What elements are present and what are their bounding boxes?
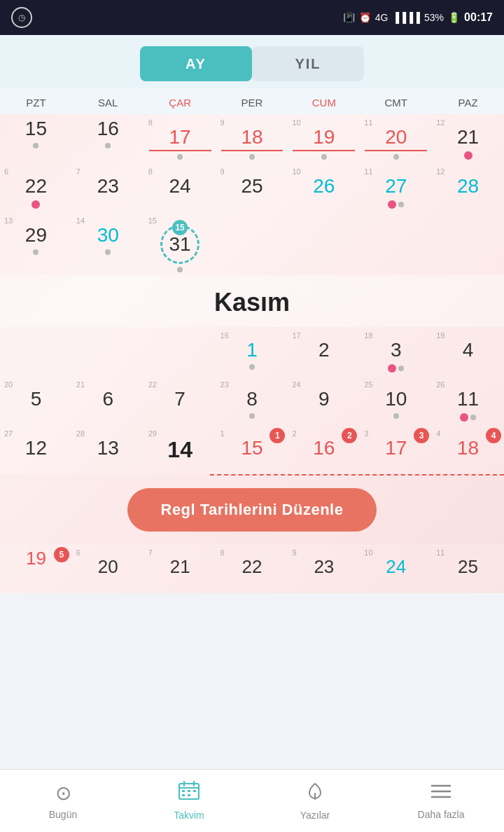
day-oct-31[interactable]: 15 15 31: [144, 212, 216, 275]
svg-rect-7: [182, 794, 185, 796]
day-oct-21[interactable]: 12 21: [432, 114, 504, 163]
day-nov-8[interactable]: 23 8: [216, 376, 288, 425]
day-oct-28[interactable]: 12 28: [432, 163, 504, 212]
day-oct-17[interactable]: 8 17: [144, 114, 216, 163]
day-nov-15[interactable]: 1 1 15: [216, 425, 288, 474]
day-header-per: PER: [216, 94, 288, 111]
battery-percent: 53%: [424, 12, 444, 23]
svg-rect-6: [193, 790, 196, 792]
time-display: 00:17: [464, 11, 493, 24]
day-nov-5[interactable]: 20 5: [0, 376, 72, 425]
day-nov-20-partial[interactable]: 6 20: [72, 544, 144, 593]
nav-daha-fazla[interactable]: Daha fazla: [378, 782, 504, 820]
day-nov-3[interactable]: 18 3: [360, 327, 432, 376]
day-nov-6[interactable]: 21 6: [72, 376, 144, 425]
day-empty-n3: [144, 327, 216, 376]
day-nov-14[interactable]: 29 14: [144, 425, 216, 474]
status-bar-right: 📳 ⏰ 4G ▐▐▐▐ 53% 🔋 00:17: [343, 11, 493, 24]
day-nov-21-partial[interactable]: 7 21: [144, 544, 216, 593]
nav-yazilar-icon: [305, 781, 325, 805]
day-oct-30[interactable]: 14 30: [72, 212, 144, 275]
svg-rect-8: [188, 794, 190, 796]
day-empty-1: [216, 212, 288, 275]
day-empty-4: [432, 212, 504, 275]
vibrate-icon: 📳: [343, 12, 355, 23]
nav-takvim-label: Takvim: [174, 810, 204, 821]
battery-icon: 🔋: [448, 12, 460, 23]
day-header-pzt: PZT: [0, 94, 72, 111]
day-nov-13[interactable]: 28 13: [72, 425, 144, 474]
today-circle: 15 31: [160, 225, 200, 264]
day-nov-19-partial[interactable]: 5 19: [0, 544, 72, 593]
svg-rect-4: [182, 790, 185, 792]
day-header-cum: CUM: [288, 94, 360, 111]
nav-bugun-label: Bugün: [49, 809, 77, 820]
day-headers: PZT SAL ÇAR PER CUM CMT PAZ: [0, 88, 504, 114]
edit-period-button[interactable]: Regl Tarihlerini Düzenle: [127, 488, 377, 532]
day-nov-1[interactable]: 16 1: [216, 327, 288, 376]
day-oct-16[interactable]: 16: [72, 114, 144, 163]
day-nov-24-partial[interactable]: 10 24: [360, 544, 432, 593]
october-week-1: 15 16 8 17 9 18 10 19: [0, 114, 504, 163]
day-header-cmt: CMT: [360, 94, 432, 111]
calendar-container: PZT SAL ÇAR PER CUM CMT PAZ 15 16 8 17: [0, 88, 504, 593]
network-bars: ▐▐▐▐: [392, 12, 420, 23]
day-oct-18[interactable]: 9 18: [216, 114, 288, 163]
day-header-sal: SAL: [72, 94, 144, 111]
day-oct-27[interactable]: 11 27: [360, 163, 432, 212]
day-nov-7[interactable]: 22 7: [144, 376, 216, 425]
day-oct-24[interactable]: 8 24: [144, 163, 216, 212]
day-nov-18[interactable]: 4 4 18: [432, 425, 504, 474]
svg-rect-5: [188, 790, 190, 792]
day-oct-25[interactable]: 9 25: [216, 163, 288, 212]
nav-bugun-icon: ⊙: [55, 782, 71, 805]
status-bar: ◷ 📳 ⏰ 4G ▐▐▐▐ 53% 🔋 00:17: [0, 0, 504, 35]
day-nov-10[interactable]: 25 10: [360, 376, 432, 425]
day-header-car: ÇAR: [144, 94, 216, 111]
october-week-3: 13 29 14 30 15 15 31: [0, 212, 504, 275]
day-nov-25-partial[interactable]: 11 25: [432, 544, 504, 593]
day-nov-2[interactable]: 17 2: [288, 327, 360, 376]
year-view-button[interactable]: YIL: [252, 46, 364, 81]
day-nov-12[interactable]: 27 12: [0, 425, 72, 474]
nav-yazilar[interactable]: Yazılar: [252, 781, 378, 821]
day-nov-16[interactable]: 2 2 16: [288, 425, 360, 474]
day-empty-3: [360, 212, 432, 275]
day-oct-19[interactable]: 10 19: [288, 114, 360, 163]
november-title: Kasım: [0, 275, 504, 327]
day-nov-22-partial[interactable]: 8 22: [216, 544, 288, 593]
october-week-2: 6 22 7 23 8 24 9 25 10 26: [0, 163, 504, 212]
november-week-3: 27 12 28 13 29 14 1 1 15 2 2 16 3: [0, 425, 504, 474]
day-nov-9[interactable]: 24 9: [288, 376, 360, 425]
nav-takvim-icon: [178, 781, 200, 805]
day-oct-29[interactable]: 13 29: [0, 212, 72, 275]
nav-yazilar-label: Yazılar: [300, 810, 330, 821]
clock-icon: ◷: [11, 7, 32, 28]
day-nov-11[interactable]: 26 11: [432, 376, 504, 425]
november-week-4-partial: 5 19 6 20 7 21 8 22 9 23 10 24: [0, 544, 504, 593]
day-nov-17[interactable]: 3 3 17: [360, 425, 432, 474]
nav-daha-fazla-label: Daha fazla: [418, 809, 465, 820]
day-oct-15[interactable]: 15: [0, 114, 72, 163]
day-empty-n1: [0, 327, 72, 376]
day-empty-2: [288, 212, 360, 275]
day-nov-23-partial[interactable]: 9 23: [288, 544, 360, 593]
day-oct-26[interactable]: 10 26: [288, 163, 360, 212]
day-empty-n2: [72, 327, 144, 376]
day-header-paz: PAZ: [432, 94, 504, 111]
november-week-1: 16 1 17 2 18 3 19 4: [0, 327, 504, 376]
day-oct-22[interactable]: 6 22: [0, 163, 72, 212]
alarm-icon: ⏰: [359, 12, 371, 23]
month-view-button[interactable]: AY: [140, 46, 252, 81]
nav-takvim[interactable]: Takvim: [126, 781, 252, 821]
day-nov-4[interactable]: 19 4: [432, 327, 504, 376]
signal-icon: 4G: [375, 12, 388, 23]
november-week-2: 20 5 21 6 22 7 23 8 24 9: [0, 376, 504, 425]
nav-bugun[interactable]: ⊙ Bugün: [0, 782, 126, 820]
view-toggle: AY YIL: [0, 35, 504, 88]
status-bar-left: ◷: [11, 7, 32, 28]
nav-daha-fazla-icon: [430, 782, 451, 805]
bottom-navigation: ⊙ Bugün Takvim Yazılar: [0, 769, 504, 832]
day-oct-20[interactable]: 11 20: [360, 114, 432, 163]
day-oct-23[interactable]: 7 23: [72, 163, 144, 212]
